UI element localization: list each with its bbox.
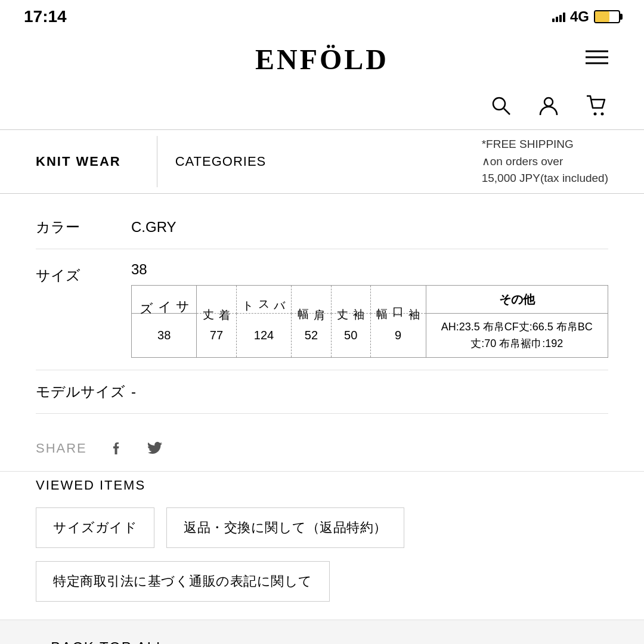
action-icons-bar (0, 88, 644, 129)
signal-icon (552, 11, 565, 22)
svg-point-3 (493, 98, 505, 110)
status-bar: 17:14 4G (0, 0, 644, 31)
td-size: 38 (132, 313, 197, 358)
back-arrow-icon: ‹ (36, 638, 41, 644)
svg-point-6 (594, 113, 597, 116)
share-section: SHARE (0, 426, 644, 472)
th-sode: 袖丈 (331, 285, 370, 313)
viewed-items-title: VIEWED ITEMS (36, 478, 608, 493)
size-table: サイズ 着丈 バスト 肩幅 袖丈 袖口幅 その他 38 77 124 52 (131, 285, 608, 358)
svg-line-4 (504, 109, 510, 114)
nav-shipping: *FREE SHIPPING ∧on orders over 15,000 JP… (482, 130, 608, 193)
color-value: C.GRY (131, 219, 177, 236)
td-bust: 124 (236, 313, 292, 358)
model-size-row: モデルサイズ - (36, 370, 608, 414)
account-icon[interactable] (537, 94, 561, 117)
search-icon[interactable] (489, 94, 513, 117)
logo-text: ENFÖLD (255, 44, 389, 75)
legal-button[interactable]: 特定商取引法に基づく通販の表記に関して (36, 561, 330, 602)
return-policy-button[interactable]: 返品・交換に関して（返品特約） (166, 507, 404, 548)
share-label: SHARE (36, 441, 87, 456)
nav-bar: KNIT WEAR CATEGORIES *FREE SHIPPING ∧on … (0, 129, 644, 194)
brand-logo[interactable]: ENFÖLD (255, 43, 389, 76)
button-row-1: サイズガイド 返品・交換に関して（返品特約） (36, 507, 608, 548)
header: ENFÖLD (0, 31, 644, 88)
size-label: サイズ (36, 261, 131, 285)
facebook-icon[interactable] (105, 438, 126, 459)
th-size: サイズ (132, 285, 197, 313)
th-other: その他 (426, 285, 608, 313)
status-right: 4G (552, 8, 620, 25)
nav-categories[interactable]: CATEGORIES (175, 130, 482, 193)
size-row: サイズ 38 サイズ 着丈 バスト 肩幅 袖丈 袖口幅 その他 (36, 249, 608, 371)
shipping-line1: *FREE SHIPPING (482, 136, 608, 153)
model-size-label: モデルサイズ (36, 382, 131, 401)
nav-divider (157, 136, 157, 187)
td-other: AH:23.5 布帛CF丈:66.5 布帛BC丈:70 布帛裾巾:192 (426, 313, 608, 358)
battery-icon (594, 10, 620, 23)
viewed-section: VIEWED ITEMS サイズガイド 返品・交換に関して（返品特約） 特定商取… (0, 472, 644, 608)
th-kata: 肩幅 (292, 285, 331, 313)
color-label: カラー (36, 218, 131, 237)
cart-icon[interactable] (584, 94, 608, 117)
product-content: カラー C.GRY サイズ 38 サイズ 着丈 バスト 肩幅 袖丈 袖口幅 その… (0, 194, 644, 426)
th-sodeguchi: 袖口幅 (370, 285, 426, 313)
time: 17:14 (24, 7, 67, 26)
td-kata: 52 (292, 313, 331, 358)
svg-point-5 (544, 98, 553, 106)
size-value-column: 38 サイズ 着丈 バスト 肩幅 袖丈 袖口幅 その他 38 (131, 261, 608, 358)
th-bust: バスト (236, 285, 292, 313)
size-number: 38 (131, 261, 608, 278)
th-chake: 着丈 (197, 285, 236, 313)
shipping-line3: 15,000 JPY(tax included) (482, 170, 608, 187)
model-size-value: - (131, 383, 136, 400)
nav-knit-wear[interactable]: KNIT WEAR (36, 130, 139, 193)
td-sodeguchi: 9 (370, 313, 426, 358)
svg-point-7 (601, 113, 604, 116)
td-chake: 77 (197, 313, 236, 358)
button-row-2: 特定商取引法に基づく通販の表記に関して (36, 558, 608, 602)
td-sode: 50 (331, 313, 370, 358)
size-guide-button[interactable]: サイズガイド (36, 507, 154, 548)
shipping-line2: ∧on orders over (482, 153, 608, 171)
back-to-all-bar[interactable]: ‹ BACK TOP ALL (0, 620, 644, 644)
twitter-icon[interactable] (144, 438, 166, 459)
hamburger-icon[interactable] (586, 48, 608, 70)
back-text: BACK TOP ALL (51, 639, 165, 644)
network-label: 4G (570, 8, 589, 25)
color-row: カラー C.GRY (36, 206, 608, 249)
